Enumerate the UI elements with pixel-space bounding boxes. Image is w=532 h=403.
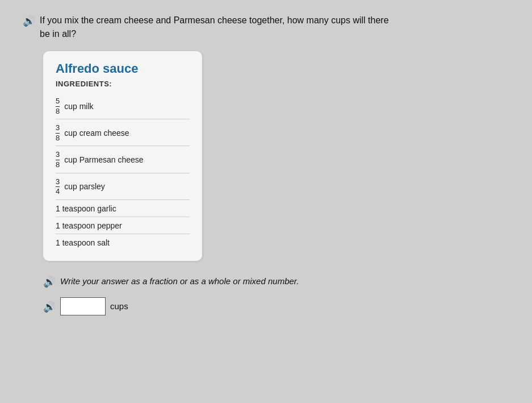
fraction-milk: 5 8 xyxy=(56,97,60,115)
answer-input[interactable] xyxy=(60,297,106,315)
fraction-parsley: 3 4 xyxy=(56,177,60,196)
instruction-text: Write your answer as a fraction or as a … xyxy=(60,276,299,286)
answer-row: 🔊 cups xyxy=(43,297,509,315)
instruction-row: 🔊 Write your answer as a fraction or as … xyxy=(43,275,509,288)
instruction-speaker-icon[interactable]: 🔊 xyxy=(43,276,56,288)
question-container: 🔊 If you mix the cream cheese and Parmes… xyxy=(23,14,509,41)
ingredient-parmesan-label: cup Parmesan cheese xyxy=(64,155,143,164)
ingredient-milk-label: cup milk xyxy=(64,102,93,111)
ingredient-parsley: 3 4 cup parsley xyxy=(56,173,190,200)
ingredient-parmesan: 3 8 cup Parmesan cheese xyxy=(56,146,190,173)
ingredient-milk: 5 8 cup milk xyxy=(56,93,190,119)
fraction-parmesan: 3 8 xyxy=(56,150,60,169)
ingredient-pepper: 1 teaspoon pepper xyxy=(56,217,190,234)
ingredients-label: INGREDIENTS: xyxy=(56,80,190,88)
question-speaker-icon[interactable]: 🔊 xyxy=(23,15,35,27)
cups-label: cups xyxy=(110,301,128,311)
question-text: If you mix the cream cheese and Parmesan… xyxy=(40,14,389,41)
fraction-cream-cheese: 3 8 xyxy=(56,123,60,142)
ingredient-salt: 1 teaspoon salt xyxy=(56,234,190,251)
ingredient-garlic: 1 teaspoon garlic xyxy=(56,200,190,217)
ingredient-cream-cheese-label: cup cream cheese xyxy=(64,128,129,138)
answer-speaker-icon[interactable]: 🔊 xyxy=(43,301,56,313)
ingredient-parsley-label: cup parsley xyxy=(64,182,105,191)
recipe-card: Alfredo sauce INGREDIENTS: 5 8 cup milk … xyxy=(43,51,202,261)
ingredient-garlic-label: 1 teaspoon garlic xyxy=(56,204,116,213)
recipe-title: Alfredo sauce xyxy=(56,61,190,76)
ingredient-salt-label: 1 teaspoon salt xyxy=(56,238,110,247)
ingredient-pepper-label: 1 teaspoon pepper xyxy=(56,221,122,230)
ingredient-cream-cheese: 3 8 cup cream cheese xyxy=(56,119,190,146)
